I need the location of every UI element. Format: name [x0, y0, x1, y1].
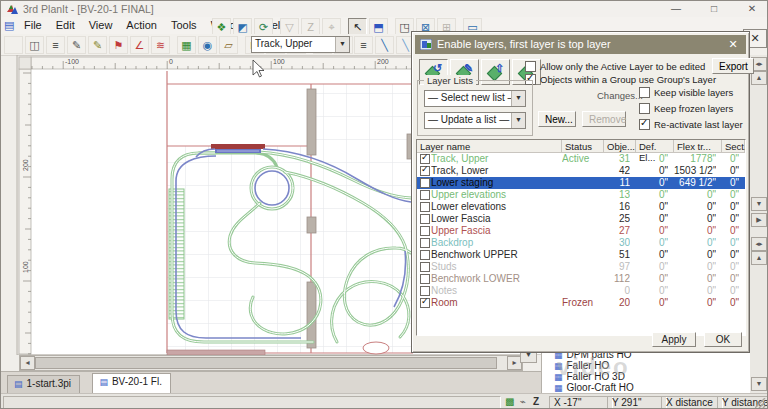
layer-visible-checkbox[interactable]: [420, 226, 430, 236]
right-panel-scroll-strip[interactable]: ◂▸ ▲ ▼ ▶ ◂▸ ▲ ▼: [749, 55, 768, 393]
dialog-title-bar[interactable]: Enable layers, first layer is top layer …: [415, 35, 746, 54]
status-cell-0: X -17": [549, 396, 613, 409]
checkbox-label: Keep frozen layers: [654, 103, 733, 114]
resize-grip[interactable]: [755, 398, 766, 409]
layer-row-8[interactable]: Benchwork UPPER510"0"0": [417, 249, 745, 261]
layer-visible-checkbox[interactable]: [420, 202, 430, 212]
layer-visible-checkbox[interactable]: [420, 238, 430, 248]
flag-icon[interactable]: ⚑: [109, 36, 128, 54]
menu-view[interactable]: View: [82, 17, 120, 31]
pencil-color-icon[interactable]: ✎: [88, 36, 107, 54]
remove-list-button[interactable]: Remove: [582, 111, 626, 127]
layer-row-0[interactable]: Track, UpperActive310"1778"0": [417, 153, 745, 165]
select-new-list-combo[interactable]: — Select new list — ▼: [424, 90, 526, 107]
parts-list-item[interactable]: ▦Faller HO: [554, 360, 609, 371]
layer-visible-checkbox[interactable]: [420, 190, 430, 200]
menu-file[interactable]: File: [17, 17, 49, 31]
track-line-icon[interactable]: ╲: [375, 36, 394, 54]
scroll-left-icon[interactable]: ◂: [20, 356, 35, 370]
column-header-5[interactable]: Sect...: [722, 140, 745, 153]
pencil-icon[interactable]: ✎: [67, 36, 86, 54]
fixture-oval: [363, 342, 389, 354]
layer-visible-checkbox[interactable]: [420, 274, 430, 284]
menu-action[interactable]: Action: [119, 17, 164, 31]
scroll-down-icon-2[interactable]: ▼: [751, 377, 767, 391]
magnet-icon[interactable]: ⌁: [520, 396, 526, 407]
parts-list-item[interactable]: ▦Faller HO 3D: [554, 371, 625, 382]
layer-row-11[interactable]: Notes00"0"0": [417, 285, 745, 297]
layer-row-2[interactable]: Lower staging110"649 1/2"0": [417, 177, 745, 189]
layer-visible-checkbox[interactable]: [420, 154, 430, 164]
expand-panel-icon[interactable]: ▶: [751, 213, 767, 227]
scrollbar-thumb[interactable]: [35, 357, 497, 369]
apply-button[interactable]: Apply: [652, 332, 696, 347]
dialog-close-icon[interactable]: ✕: [726, 38, 740, 51]
parts-list-item[interactable]: ▦Gloor-Craft HO: [554, 382, 634, 393]
checkbox-icon[interactable]: [525, 61, 536, 72]
chevron-down-icon[interactable]: ▼: [511, 113, 525, 128]
menu-edit[interactable]: Edit: [49, 17, 82, 31]
keep-checkbox-2[interactable]: Re-activate last layer: [639, 119, 743, 131]
column-header-3[interactable]: Def. El...: [636, 140, 674, 153]
layer-row-4[interactable]: Lower elevations160"0"0": [417, 201, 745, 213]
layer-row-5[interactable]: Lower Fascia250"0"0": [417, 213, 745, 225]
keep-checkbox-0[interactable]: Keep visible layers: [639, 87, 733, 99]
allow-active-layer-checkbox[interactable]: Allow only the Active Layer to be edited: [525, 61, 705, 73]
multiline-icon[interactable]: ≋: [151, 36, 170, 54]
minimize-button[interactable]: —: [663, 2, 689, 15]
layer-visible-checkbox[interactable]: [420, 178, 430, 188]
chevron-down-icon[interactable]: ▼: [511, 91, 525, 106]
layer-name: Lower staging: [431, 177, 562, 189]
blank-icon[interactable]: [4, 36, 23, 54]
column-header-2[interactable]: Obje...: [604, 140, 636, 153]
document-tab-1[interactable]: ▤BV-20-1 Fl.: [92, 373, 171, 395]
chevron-down-icon[interactable]: ▼: [335, 37, 349, 52]
new-list-button[interactable]: New...: [538, 111, 576, 127]
scroll-up-icon-2[interactable]: ▲: [751, 251, 767, 265]
export-button[interactable]: Export: [712, 58, 754, 74]
keep-checkbox-1[interactable]: Keep frozen layers: [639, 103, 733, 115]
folder-icon[interactable]: ▱: [219, 36, 238, 54]
angle-icon[interactable]: ∠: [130, 36, 149, 54]
scroll-down-icon[interactable]: ▼: [751, 197, 767, 211]
layer-row-3[interactable]: Upper elevations130"0"0": [417, 189, 745, 201]
layer-row-7[interactable]: Backdrop300"0"0": [417, 237, 745, 249]
document-tab-0[interactable]: ▤1-start.3pi: [7, 375, 80, 395]
part-icon: ▦: [554, 372, 563, 382]
column-header-0[interactable]: Layer name: [417, 140, 562, 153]
layer-value: 20: [604, 297, 630, 309]
checkbox-icon[interactable]: [639, 87, 650, 98]
checkbox-label: Re-activate last layer: [654, 119, 743, 130]
group-layer-checkbox[interactable]: Objects within a Group use Group's Layer: [525, 74, 716, 86]
snap-grid-icon[interactable]: ▩: [505, 396, 514, 407]
checkbox-icon[interactable]: [639, 103, 650, 114]
grid-settings-icon[interactable]: ◫: [25, 36, 44, 54]
layer-visible-checkbox[interactable]: [420, 214, 430, 224]
column-header-1[interactable]: Status: [562, 140, 604, 153]
table-icon[interactable]: ▦: [177, 36, 196, 54]
layer-visible-checkbox[interactable]: [420, 262, 430, 272]
layer-row-1[interactable]: Track, Lower420"1503 1/2"0": [417, 165, 745, 177]
track-list-icon[interactable]: ≡: [354, 36, 373, 54]
layer-visible-checkbox[interactable]: [420, 286, 430, 296]
menu-tools[interactable]: Tools: [164, 17, 204, 31]
layer-visible-checkbox[interactable]: [420, 250, 430, 260]
layer-row-9[interactable]: Studs970"0"0": [417, 261, 745, 273]
layer-row-6[interactable]: Upper Fascia270"0"0": [417, 225, 745, 237]
horizontal-scrollbar[interactable]: ◂ ▸: [19, 355, 523, 371]
layer-row-10[interactable]: Benchwork LOWER1120"0"0": [417, 273, 745, 285]
checkbox-icon[interactable]: [639, 119, 650, 130]
maximize-button[interactable]: □: [701, 2, 727, 15]
layer-visible-checkbox[interactable]: [420, 298, 430, 308]
globe-icon[interactable]: ◉: [198, 36, 217, 54]
ok-button[interactable]: OK: [704, 332, 742, 347]
close-button[interactable]: ✕: [739, 2, 765, 15]
panel-split-buttons-2[interactable]: ◂▸: [751, 237, 767, 251]
update-list-combo[interactable]: — Update a list — ▼: [424, 112, 526, 129]
layer-visible-checkbox[interactable]: [420, 166, 430, 176]
column-header-4[interactable]: Flex tr...: [674, 140, 722, 153]
layer-row-12[interactable]: RoomFrozen200"0"0": [417, 297, 745, 309]
active-layer-combo[interactable]: Track, Upper ▼: [251, 36, 350, 53]
ruler-label: -100: [65, 58, 79, 65]
layers-icon[interactable]: ≡: [46, 36, 65, 54]
